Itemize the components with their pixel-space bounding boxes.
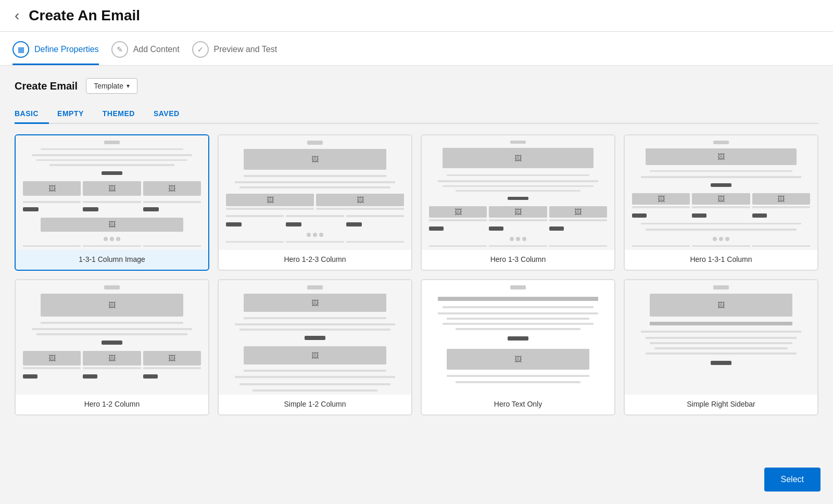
template-card-6[interactable]: Simple 1-2 Column [218,279,412,415]
step-icon-add: ✎ [111,41,128,58]
step-label-add: Add Content [133,45,180,54]
template-label-5: Hero 1-2 Column [16,395,208,414]
template-label-3: Hero 1-3 Column [422,250,614,270]
template-label-4: Hero 1-3-1 Column [625,250,817,270]
page-header: ‹ Create An Email [0,0,833,32]
templates-grid: 1-3-1 Column Image [15,124,818,426]
template-card-8[interactable]: Simple Right Sidebar [624,279,818,415]
template-label-2: Hero 1-2-3 Column [219,250,411,270]
back-button[interactable]: ‹ [12,8,21,23]
tab-saved[interactable]: SAVED [154,104,190,123]
template-preview-1 [16,135,208,250]
template-preview-4 [625,135,817,250]
template-card-5[interactable]: Hero 1-2 Column [15,279,209,415]
template-label-6: Simple 1-2 Column [219,395,411,414]
page-title: Create An Email [29,7,140,24]
template-preview-3 [422,135,614,250]
step-label-define: Define Properties [34,45,99,54]
template-preview-7 [422,280,614,395]
template-preview-5 [16,280,208,395]
steps-bar: ▦ Define Properties ✎ Add Content ✓ Prev… [0,32,833,66]
template-card-7[interactable]: Hero Text Only [421,279,615,415]
template-label-7: Hero Text Only [422,395,614,414]
template-preview-2 [219,135,411,250]
template-label-8: Simple Right Sidebar [625,395,817,414]
template-tabs: BASIC EMPTY THEMED SAVED [15,104,818,124]
tab-basic[interactable]: BASIC [15,104,49,123]
template-card-2[interactable]: Hero 1-2-3 Column [218,134,412,271]
create-email-title: Create Email [15,80,78,92]
step-define-properties[interactable]: ▦ Define Properties [12,32,111,65]
select-button[interactable]: Select [764,468,821,492]
step-icon-preview: ✓ [192,41,209,58]
template-preview-8 [625,280,817,395]
template-card-4[interactable]: Hero 1-3-1 Column [624,134,818,271]
template-preview-6 [219,280,411,395]
tab-themed[interactable]: THEMED [103,104,145,123]
template-card-1[interactable]: 1-3-1 Column Image [15,134,209,271]
step-add-content[interactable]: ✎ Add Content [111,32,192,65]
step-label-preview: Preview and Test [214,45,277,54]
tab-empty[interactable]: EMPTY [57,104,94,123]
step-preview-test[interactable]: ✓ Preview and Test [192,32,290,65]
main-content: Create Email Template BASIC EMPTY THEMED… [0,66,833,497]
content-header: Create Email Template [15,78,818,94]
template-dropdown-button[interactable]: Template [86,78,137,94]
template-label-1: 1-3-1 Column Image [16,250,208,270]
step-icon-define: ▦ [12,41,29,58]
template-card-3[interactable]: Hero 1-3 Column [421,134,615,271]
